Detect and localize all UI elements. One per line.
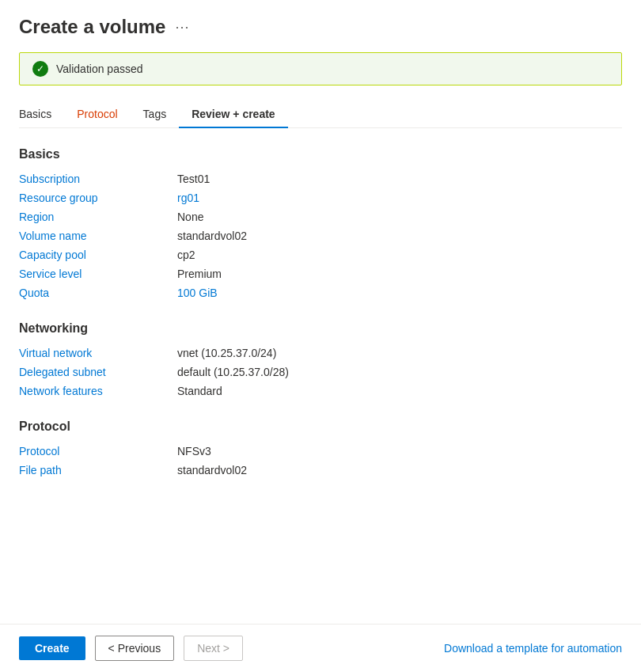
create-button[interactable]: Create	[19, 636, 85, 660]
field-capacity-pool: Capacity pool cp2	[19, 249, 622, 261]
value-subscription: Test01	[177, 173, 210, 185]
ellipsis-menu-icon[interactable]: ···	[175, 19, 189, 36]
value-service-level: Premium	[177, 268, 222, 280]
field-delegated-subnet: Delegated subnet default (10.25.37.0/28)	[19, 366, 622, 378]
value-delegated-subnet: default (10.25.37.0/28)	[177, 366, 289, 378]
field-resource-group: Resource group rg01	[19, 192, 622, 204]
tabs-row: Basics Protocol Tags Review + create	[19, 101, 622, 128]
field-service-level: Service level Premium	[19, 268, 622, 280]
basics-section: Basics Subscription Test01 Resource grou…	[19, 147, 622, 299]
field-network-features: Network features Standard	[19, 385, 622, 397]
validation-banner: ✓ Validation passed	[19, 52, 622, 85]
field-volume-name: Volume name standardvol02	[19, 230, 622, 242]
label-service-level: Service level	[19, 268, 177, 280]
value-volume-name: standardvol02	[177, 230, 247, 242]
page-title: Create a volume	[19, 16, 165, 38]
validation-text: Validation passed	[56, 63, 142, 75]
field-quota: Quota 100 GiB	[19, 287, 622, 299]
label-quota: Quota	[19, 287, 177, 299]
networking-section: Networking Virtual network vnet (10.25.3…	[19, 321, 622, 397]
tab-tags[interactable]: Tags	[131, 101, 180, 128]
field-virtual-network: Virtual network vnet (10.25.37.0/24)	[19, 347, 622, 359]
value-capacity-pool: cp2	[177, 249, 195, 261]
value-file-path: standardvol02	[177, 464, 247, 476]
field-region: Region None	[19, 211, 622, 223]
protocol-section: Protocol Protocol NFSv3 File path standa…	[19, 420, 622, 476]
label-region: Region	[19, 211, 177, 223]
previous-button[interactable]: < Previous	[95, 636, 175, 661]
field-protocol: Protocol NFSv3	[19, 445, 622, 457]
label-volume-name: Volume name	[19, 230, 177, 242]
value-network-features: Standard	[177, 385, 222, 397]
value-region: None	[177, 211, 203, 223]
footer: Create < Previous Next > Download a temp…	[0, 624, 641, 672]
field-subscription: Subscription Test01	[19, 173, 622, 185]
value-protocol: NFSv3	[177, 445, 211, 457]
automation-template-link[interactable]: Download a template for automation	[444, 642, 622, 655]
label-delegated-subnet: Delegated subnet	[19, 366, 177, 378]
value-virtual-network: vnet (10.25.37.0/24)	[177, 347, 276, 359]
label-capacity-pool: Capacity pool	[19, 249, 177, 261]
check-icon: ✓	[32, 61, 48, 77]
networking-section-title: Networking	[19, 321, 622, 336]
field-file-path: File path standardvol02	[19, 464, 622, 476]
tab-protocol[interactable]: Protocol	[64, 101, 130, 128]
label-resource-group: Resource group	[19, 192, 177, 204]
protocol-section-title: Protocol	[19, 420, 622, 434]
basics-section-title: Basics	[19, 147, 622, 161]
label-subscription: Subscription	[19, 173, 177, 185]
label-protocol: Protocol	[19, 445, 177, 457]
value-resource-group[interactable]: rg01	[177, 192, 199, 204]
label-virtual-network: Virtual network	[19, 347, 177, 359]
value-quota[interactable]: 100 GiB	[177, 287, 218, 299]
content-area: Basics Subscription Test01 Resource grou…	[19, 147, 622, 624]
label-network-features: Network features	[19, 385, 177, 397]
next-button: Next >	[184, 636, 243, 661]
tab-basics[interactable]: Basics	[19, 101, 64, 128]
tab-review-create[interactable]: Review + create	[179, 101, 287, 128]
label-file-path: File path	[19, 464, 177, 476]
